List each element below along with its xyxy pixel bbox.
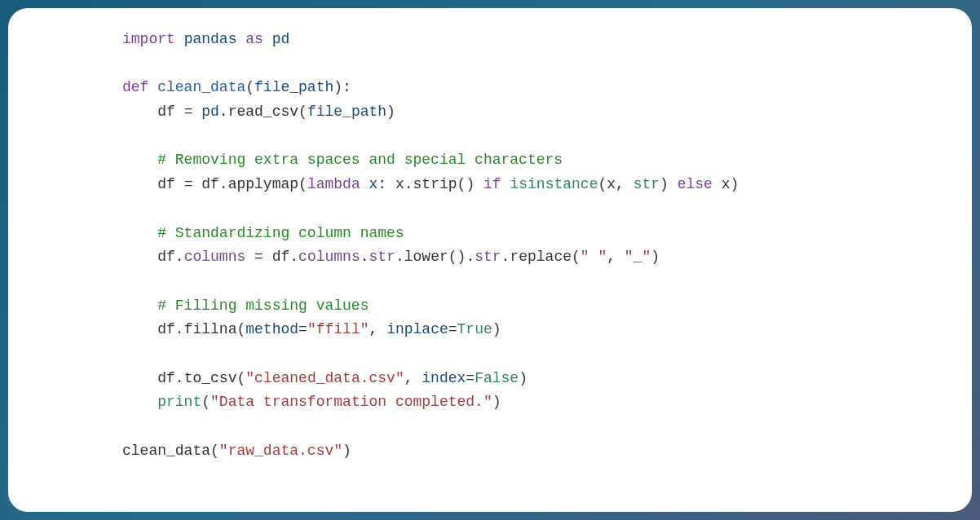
keyword-as: as bbox=[245, 31, 263, 47]
paren: ( bbox=[598, 176, 607, 192]
keyword-def: def bbox=[122, 79, 148, 95]
paren: () bbox=[448, 249, 466, 265]
paren: ) bbox=[386, 104, 395, 120]
comment: # Standardizing column names bbox=[157, 225, 404, 241]
paren: ) bbox=[519, 370, 528, 386]
attribute: columns bbox=[298, 249, 360, 265]
operator: = bbox=[175, 176, 201, 192]
paren: ) bbox=[651, 249, 660, 265]
string-literal: "Data transformation completed." bbox=[210, 394, 492, 410]
dot: . bbox=[175, 370, 184, 386]
paren: ( bbox=[210, 443, 219, 459]
operator: = bbox=[298, 321, 307, 337]
dot: . bbox=[360, 249, 369, 265]
paren: ( bbox=[298, 104, 307, 120]
method: replace bbox=[510, 249, 572, 265]
paren: ) bbox=[660, 176, 669, 192]
method: fillna bbox=[184, 321, 237, 337]
boolean: True bbox=[457, 321, 492, 337]
paren: () bbox=[457, 176, 475, 192]
code-block: import pandas as pd def clean_data(file_… bbox=[122, 28, 952, 463]
keyword-else: else bbox=[678, 176, 713, 192]
keyword-lambda: lambda bbox=[307, 176, 360, 192]
parameter: file_path bbox=[254, 79, 333, 95]
comment: # Filling missing values bbox=[157, 297, 369, 314]
paren: ( bbox=[236, 321, 245, 337]
dot: . bbox=[175, 321, 184, 337]
colon: : bbox=[377, 176, 395, 192]
dot: . bbox=[219, 104, 228, 120]
variable: df bbox=[272, 249, 290, 265]
method: read_csv bbox=[228, 104, 298, 120]
paren: ( bbox=[201, 394, 210, 410]
variable: df bbox=[157, 321, 175, 337]
comment: # Removing extra spaces and special char… bbox=[157, 152, 563, 168]
module-ref: pd bbox=[201, 104, 219, 120]
variable: x bbox=[722, 176, 731, 192]
comma: , bbox=[404, 370, 422, 386]
comma: , bbox=[369, 321, 387, 337]
paren: ( bbox=[572, 249, 580, 265]
string-literal: "raw_data.csv" bbox=[219, 443, 342, 459]
paren: ) bbox=[731, 176, 739, 192]
argument: file_path bbox=[307, 104, 386, 120]
dot: . bbox=[404, 176, 413, 192]
kwarg-name: method bbox=[245, 321, 298, 337]
method: applymap bbox=[228, 176, 298, 192]
paren: ) bbox=[492, 394, 501, 410]
function-name: clean_data bbox=[157, 79, 245, 95]
variable: df bbox=[157, 104, 175, 120]
string-literal: " " bbox=[580, 249, 607, 265]
paren: ) bbox=[333, 79, 342, 95]
dot: . bbox=[219, 176, 228, 192]
variable: df bbox=[157, 249, 175, 265]
kwarg-name: index bbox=[422, 370, 466, 386]
paren: ( bbox=[298, 176, 307, 192]
function-call: clean_data bbox=[122, 443, 210, 459]
dot: . bbox=[466, 249, 475, 265]
method: to_csv bbox=[184, 370, 237, 386]
code-card: import pandas as pd def clean_data(file_… bbox=[8, 8, 972, 512]
variable: x bbox=[395, 176, 404, 192]
string-literal: "cleaned_data.csv" bbox=[245, 370, 404, 386]
paren: ) bbox=[492, 321, 501, 337]
dot: . bbox=[289, 249, 298, 265]
attribute: columns bbox=[184, 249, 246, 265]
operator: = bbox=[448, 321, 457, 337]
variable: df bbox=[157, 370, 175, 386]
builtin: print bbox=[157, 394, 201, 410]
operator: = bbox=[466, 370, 475, 386]
comma: , bbox=[616, 176, 633, 192]
variable: df bbox=[201, 176, 219, 192]
kwarg-name: inplace bbox=[386, 321, 448, 337]
lambda-var: x bbox=[369, 176, 378, 192]
alias: pd bbox=[272, 31, 290, 47]
builtin-type: str bbox=[633, 176, 660, 192]
attribute: str bbox=[369, 249, 395, 265]
dot: . bbox=[175, 249, 184, 265]
paren: ) bbox=[342, 443, 351, 459]
method: lower bbox=[404, 249, 448, 265]
method: strip bbox=[413, 176, 457, 192]
colon: : bbox=[342, 79, 351, 95]
operator: = bbox=[175, 104, 201, 120]
keyword-if: if bbox=[483, 176, 501, 192]
variable: x bbox=[607, 176, 616, 192]
dot: . bbox=[501, 249, 510, 265]
string-literal: "ffill" bbox=[307, 321, 369, 337]
paren: ( bbox=[245, 79, 254, 95]
operator: = bbox=[245, 249, 271, 265]
attribute: str bbox=[475, 249, 501, 265]
comma: , bbox=[607, 249, 625, 265]
keyword-import: import bbox=[122, 31, 175, 47]
module-name: pandas bbox=[184, 31, 237, 47]
boolean: False bbox=[475, 370, 519, 386]
builtin: isinstance bbox=[510, 176, 598, 192]
paren: ( bbox=[236, 370, 245, 386]
dot: . bbox=[395, 249, 404, 265]
variable: df bbox=[157, 176, 175, 192]
string-literal: "_" bbox=[625, 249, 651, 265]
